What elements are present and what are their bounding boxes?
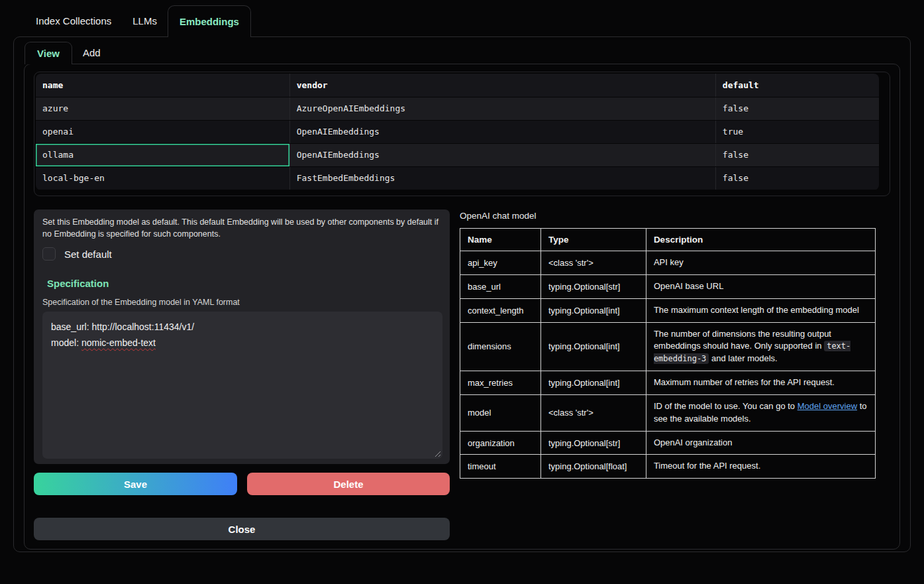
cell-vendor: FastEmbedEmbeddings bbox=[289, 166, 715, 190]
param-name-cell: base_url bbox=[460, 274, 541, 298]
save-button[interactable]: Save bbox=[34, 473, 237, 495]
set-default-checkbox[interactable] bbox=[42, 247, 56, 261]
description-text: OpenAI base URL bbox=[654, 281, 724, 291]
tab-llms[interactable]: LLMs bbox=[122, 5, 168, 36]
column-header-vendor[interactable]: vendor bbox=[289, 74, 715, 97]
set-default-row[interactable]: Set default bbox=[42, 247, 441, 261]
param-type-cell: typing.Optional[int] bbox=[540, 322, 646, 371]
yaml-text: model: bbox=[51, 337, 81, 348]
edit-column: Set this Embedding model as default. Thi… bbox=[34, 209, 450, 540]
embeddings-page: Index Collections LLMs Embeddings View A… bbox=[0, 0, 924, 584]
description-text: The number of dimensions the resulting o… bbox=[654, 329, 831, 351]
param-description-cell: API key bbox=[646, 251, 875, 275]
param-row: organizationtyping.Optional[str]OpenAI o… bbox=[460, 431, 876, 455]
column-header-default[interactable]: default bbox=[715, 74, 879, 97]
schema-title: OpenAI chat model bbox=[460, 211, 876, 221]
param-header-description: Description bbox=[646, 229, 875, 251]
description-text: and later models. bbox=[709, 353, 777, 363]
param-description-cell: Maximum number of retries for the API re… bbox=[646, 371, 875, 395]
param-row: api_key<class 'str'>API key bbox=[460, 251, 876, 275]
misspelled-word: nomic-embed-text bbox=[81, 337, 156, 348]
param-description-cell: Timeout for the API request. bbox=[646, 455, 875, 479]
subtab-view[interactable]: View bbox=[25, 42, 72, 64]
cell-default: false bbox=[715, 97, 879, 120]
embeddings-table-row[interactable]: local-bge-enFastEmbedEmbeddingsfalse bbox=[36, 166, 879, 190]
param-row: base_urltyping.Optional[str]OpenAI base … bbox=[460, 274, 876, 298]
param-name-cell: model bbox=[460, 394, 541, 431]
param-type-cell: typing.Optional[int] bbox=[540, 371, 646, 395]
subtab-add[interactable]: Add bbox=[72, 42, 111, 64]
yaml-line-1: base_url: http://localhost:11434/v1/ bbox=[51, 319, 434, 335]
tab-index-collections[interactable]: Index Collections bbox=[25, 5, 122, 36]
param-header-type: Type bbox=[540, 229, 646, 251]
param-name-cell: api_key bbox=[460, 251, 541, 275]
param-type-cell: typing.Optional[str] bbox=[540, 274, 646, 298]
sub-tab-bar: View Add bbox=[24, 42, 900, 64]
param-type-cell: <class 'str'> bbox=[540, 394, 646, 431]
embeddings-table-container: name vendor default azureAzureOpenAIEmbe… bbox=[34, 72, 890, 196]
delete-button[interactable]: Delete bbox=[247, 473, 450, 495]
param-type-cell: typing.Optional[int] bbox=[540, 298, 646, 322]
param-name-cell: timeout bbox=[460, 455, 541, 479]
detail-section: Set this Embedding model as default. Thi… bbox=[34, 209, 890, 540]
view-tab-panel: name vendor default azureAzureOpenAIEmbe… bbox=[24, 64, 900, 550]
embeddings-table-row[interactable]: ollamaOpenAIEmbeddingsfalse bbox=[36, 143, 879, 166]
param-name-cell: context_length bbox=[460, 298, 541, 322]
embeddings-tab-panel: View Add name vendor default azureAzureO… bbox=[13, 36, 911, 552]
resize-handle-icon[interactable] bbox=[433, 449, 440, 457]
description-text: Maximum number of retries for the API re… bbox=[654, 377, 835, 387]
description-text: The maximum context length of the embedd… bbox=[654, 305, 859, 315]
param-row: context_lengthtyping.Optional[int]The ma… bbox=[460, 298, 876, 322]
cell-vendor: OpenAIEmbeddings bbox=[289, 143, 715, 166]
yaml-line-2: model: nomic-embed-text bbox=[51, 335, 434, 351]
model-overview-link[interactable]: Model overview bbox=[797, 401, 857, 411]
params-header-row: Name Type Description bbox=[460, 229, 876, 251]
cell-default: true bbox=[715, 120, 879, 143]
model-params-table: Name Type Description api_key<class 'str… bbox=[460, 228, 876, 479]
param-row: dimensionstyping.Optional[int]The number… bbox=[460, 322, 876, 371]
param-header-name: Name bbox=[460, 229, 541, 251]
main-tab-bar: Index Collections LLMs Embeddings bbox=[13, 5, 911, 36]
description-text: OpenAI organization bbox=[654, 438, 733, 447]
param-row: timeouttyping.Optional[float]Timeout for… bbox=[460, 455, 876, 479]
param-description-cell: ID of the model to use. You can go to Mo… bbox=[646, 394, 875, 431]
param-type-cell: typing.Optional[str] bbox=[540, 431, 646, 455]
param-description-cell: The number of dimensions the resulting o… bbox=[646, 322, 875, 371]
set-default-label: Set default bbox=[64, 249, 112, 260]
embeddings-table-header-row: name vendor default bbox=[36, 74, 879, 97]
tab-embeddings[interactable]: Embeddings bbox=[168, 5, 251, 37]
cell-name: azure bbox=[36, 97, 289, 120]
description-text: Timeout for the API request. bbox=[654, 461, 760, 471]
param-row: model<class 'str'>ID of the model to use… bbox=[460, 394, 876, 431]
param-description-cell: OpenAI organization bbox=[646, 431, 875, 455]
schema-column: OpenAI chat model Name Type Description … bbox=[460, 209, 876, 540]
column-header-name[interactable]: name bbox=[36, 74, 289, 97]
description-text: API key bbox=[654, 257, 684, 267]
cell-default: false bbox=[715, 143, 879, 166]
cell-vendor: OpenAIEmbeddings bbox=[289, 120, 715, 143]
default-settings-panel: Set this Embedding model as default. Thi… bbox=[34, 209, 450, 464]
param-name-cell: dimensions bbox=[460, 322, 541, 371]
embeddings-table: name vendor default azureAzureOpenAIEmbe… bbox=[36, 74, 879, 190]
specification-heading: Specification bbox=[47, 278, 441, 289]
param-description-cell: The maximum context length of the embedd… bbox=[646, 298, 875, 322]
param-row: max_retriestyping.Optional[int]Maximum n… bbox=[460, 371, 876, 395]
cell-vendor: AzureOpenAIEmbeddings bbox=[289, 97, 715, 120]
param-name-cell: organization bbox=[460, 431, 541, 455]
description-text: ID of the model to use. You can go to bbox=[654, 401, 797, 411]
cell-default: false bbox=[715, 166, 879, 190]
default-description: Set this Embedding model as default. Thi… bbox=[42, 216, 440, 240]
embeddings-table-row[interactable]: openaiOpenAIEmbeddingstrue bbox=[36, 120, 879, 143]
yaml-editor[interactable]: base_url: http://localhost:11434/v1/ mod… bbox=[42, 312, 442, 459]
param-type-cell: typing.Optional[float] bbox=[540, 455, 646, 479]
param-name-cell: max_retries bbox=[460, 371, 541, 395]
specification-description: Specification of the Embedding model in … bbox=[42, 298, 441, 307]
yaml-text: base_url: http://localhost:11434/v1/ bbox=[51, 321, 194, 332]
param-type-cell: <class 'str'> bbox=[540, 251, 646, 275]
action-buttons-row: Save Delete bbox=[34, 473, 450, 495]
close-button[interactable]: Close bbox=[34, 518, 450, 540]
cell-name: ollama bbox=[36, 143, 289, 166]
embeddings-table-row[interactable]: azureAzureOpenAIEmbeddingsfalse bbox=[36, 97, 879, 120]
param-description-cell: OpenAI base URL bbox=[646, 274, 875, 298]
cell-name: local-bge-en bbox=[36, 166, 289, 190]
